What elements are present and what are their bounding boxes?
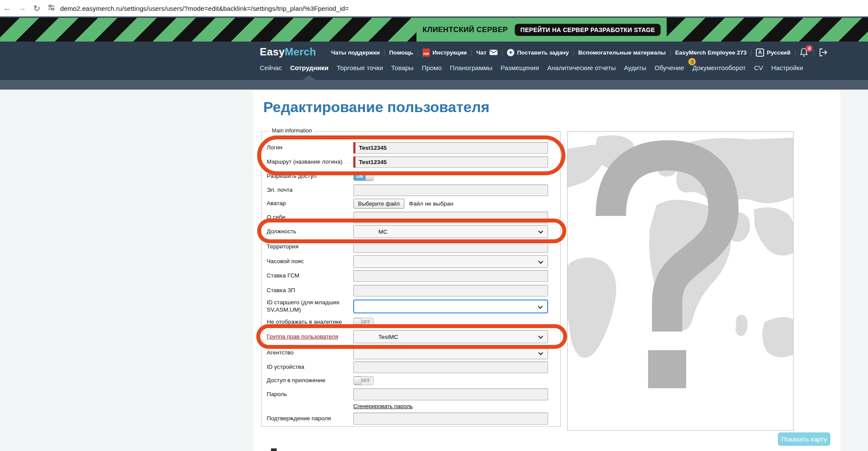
password-confirm-input[interactable] <box>353 412 548 425</box>
support-chats-link[interactable]: Чаты поддержки <box>331 49 380 56</box>
nav-planograms[interactable]: Планограммы <box>450 62 492 73</box>
form-row-salary-rate: Ставка ЗП <box>267 285 548 296</box>
rights-group-link[interactable]: Группа прав пользователя <box>267 333 338 340</box>
fieldset-legend: Main information <box>269 128 314 134</box>
pdf-icon: PDF <box>423 48 430 57</box>
generate-password-link[interactable]: Сгенерировать пароль <box>353 403 413 409</box>
form-row-login: Логин <box>267 142 548 154</box>
nav-employees[interactable]: Сотрудники <box>290 62 328 73</box>
senior-id-select[interactable] <box>353 300 548 313</box>
form-row-email: Эл. почта <box>267 184 548 196</box>
browser-forward-icon[interactable]: → <box>15 3 29 13</box>
nav-promo[interactable]: Промо <box>422 62 442 73</box>
fuel-rate-label: Ставка ГСМ <box>267 272 353 280</box>
envelope-icon <box>489 49 498 55</box>
form-row-app-access: Доступ в приложение OFF <box>267 376 548 385</box>
main-information-fieldset: Main information Логин Маршрут (название… <box>261 131 561 427</box>
translate-button[interactable]: A Русский <box>756 48 791 57</box>
browser-refresh-icon[interactable]: ↻ <box>29 3 44 13</box>
nav-settings[interactable]: Настройки <box>771 62 803 73</box>
nav-products[interactable]: Товары <box>391 62 414 73</box>
nav-training[interactable]: Обучение <box>655 62 684 73</box>
notifications-badge: 4 <box>806 45 813 52</box>
salary-rate-label: Ставка ЗП <box>267 287 353 294</box>
form-row-allow-access: Разрешить доступ ON <box>267 172 548 181</box>
form-row-fuel-rate: Ставка ГСМ <box>267 270 548 282</box>
nav-documents[interactable]: 3Документооборот <box>692 62 745 73</box>
nav-analytics[interactable]: Аналитические отчеты <box>547 62 616 73</box>
show-map-button[interactable]: Показать карту <box>778 432 830 446</box>
easymerch-logo[interactable]: EasyMerch <box>260 46 316 58</box>
chevron-down-icon <box>538 334 543 338</box>
hide-analytics-toggle[interactable]: OFF <box>353 318 374 327</box>
password-input[interactable] <box>353 388 548 400</box>
nav-cv[interactable]: CV <box>754 62 763 73</box>
page-title: Редактирование пользователя <box>263 99 490 116</box>
password-confirm-label: Подтверждение пароля <box>267 415 353 422</box>
add-task-link[interactable]: + Поставить задачу <box>507 49 569 56</box>
header-subband <box>0 80 868 90</box>
client-server-label: КЛИЕНТСКИЙ СЕРВЕР <box>423 26 508 34</box>
plus-circle-icon: + <box>507 49 514 56</box>
hazard-banner-center: КЛИЕНТСКИЙ СЕРВЕР ПЕРЕЙТИ НА СЕРВЕР РАЗР… <box>416 18 667 42</box>
browser-chrome: ← → ↻ demo2.easymerch.ru/settings/users/… <box>0 0 868 16</box>
app-header: EasyMerch Чаты поддержки | Помощь | PDF … <box>0 42 868 80</box>
toggle-knob <box>353 377 361 385</box>
avatar-label: Аватар <box>267 200 353 207</box>
toggle-knob <box>353 318 361 326</box>
login-input[interactable] <box>353 142 548 154</box>
territory-input[interactable] <box>353 241 548 253</box>
divider: | <box>670 49 671 56</box>
form-row-about: О себе <box>267 212 548 223</box>
position-select[interactable]: МС <box>353 225 548 238</box>
password-label: Пароль <box>267 391 353 398</box>
chat-link[interactable]: Чат <box>476 49 498 56</box>
logout-button[interactable] <box>819 48 828 57</box>
translate-icon: A <box>756 48 764 57</box>
go-to-stage-server-button[interactable]: ПЕРЕЙТИ НА СЕРВЕР РАЗРАБОТКИ STAGE <box>515 24 661 36</box>
choose-file-button[interactable]: Выберите файл <box>353 199 404 209</box>
route-input[interactable] <box>353 156 548 168</box>
clipped-text-fragment <box>271 448 277 451</box>
current-user-link[interactable]: EasyMerch Employee 273 <box>675 49 746 56</box>
chevron-down-icon <box>538 350 543 355</box>
form-row-password: Пароль <box>267 388 548 400</box>
hazard-banner: КЛИЕНТСКИЙ СЕРВЕР ПЕРЕЙТИ НА СЕРВЕР РАЗР… <box>0 16 868 42</box>
divider: | <box>751 49 752 56</box>
address-bar[interactable]: demo2.easymerch.ru/settings/users/users/… <box>60 5 349 12</box>
utility-nav: Чаты поддержки | Помощь | PDF Инструкции… <box>331 48 828 57</box>
instructions-link[interactable]: PDF Инструкции <box>423 48 467 57</box>
allow-access-toggle[interactable]: ON <box>353 172 374 181</box>
form-row-agency: Агентство <box>267 347 548 359</box>
world-map-placeholder <box>568 132 794 431</box>
chevron-down-icon <box>538 304 542 309</box>
materials-link[interactable]: Вспомогательные материалы <box>578 49 666 56</box>
salary-rate-input[interactable] <box>353 285 548 296</box>
site-settings-icon[interactable] <box>48 4 55 13</box>
nav-placements[interactable]: Размещения <box>500 62 539 73</box>
rights-group-select[interactable]: TestMC <box>353 330 548 343</box>
nav-outlets[interactable]: Торговые точки <box>337 62 383 73</box>
about-input[interactable] <box>353 212 548 223</box>
app-access-toggle[interactable]: OFF <box>353 376 374 385</box>
nav-now[interactable]: Сейчас <box>260 62 282 73</box>
logout-icon <box>819 48 828 57</box>
divider: | <box>384 49 385 56</box>
browser-back-icon[interactable]: ← <box>0 3 15 13</box>
help-link[interactable]: Помощь <box>389 49 413 56</box>
fuel-rate-input[interactable] <box>353 270 548 282</box>
login-label: Логин <box>267 144 353 151</box>
email-input[interactable] <box>353 184 548 196</box>
position-label: Должность <box>267 228 353 235</box>
divider: | <box>573 49 574 56</box>
screenshot-root: ← → ↻ demo2.easymerch.ru/settings/users/… <box>0 0 868 451</box>
nav-audits[interactable]: Аудиты <box>624 62 646 73</box>
map-panel <box>567 131 794 431</box>
agency-select[interactable] <box>353 347 548 359</box>
form-row-avatar: Аватар Выберите файл Файл не выбран <box>267 199 548 209</box>
timezone-select[interactable] <box>353 255 548 268</box>
device-id-input[interactable] <box>353 361 548 373</box>
notifications-button[interactable]: 4 <box>800 48 809 57</box>
device-id-label: ID устройства <box>267 364 353 371</box>
main-nav: Сейчас Сотрудники Торговые точки Товары … <box>260 62 803 73</box>
